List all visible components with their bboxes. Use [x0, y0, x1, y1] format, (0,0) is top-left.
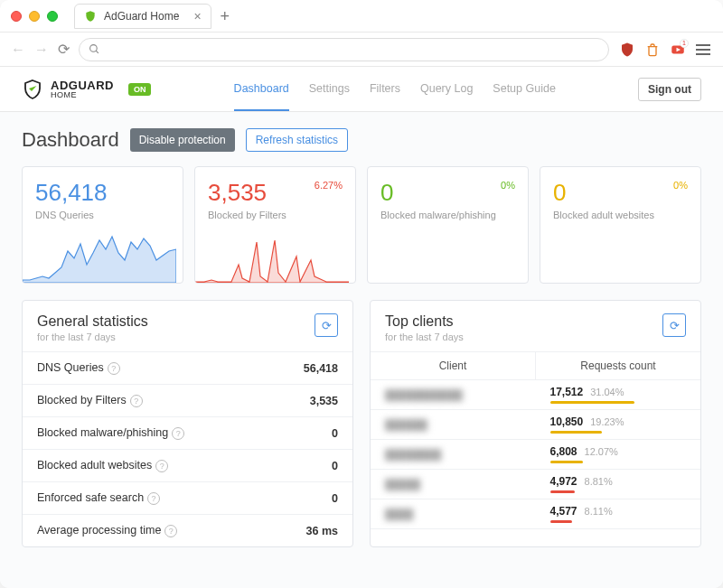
extension-icons: 1	[618, 41, 712, 59]
app-header: ADGUARD HOME ON Dashboard Settings Filte…	[0, 67, 723, 112]
svg-point-0	[90, 45, 98, 52]
client-requests: 4,5778.11%	[536, 499, 701, 528]
row-safe-value: 0	[265, 482, 352, 515]
row-avg-value: 36 ms	[265, 515, 352, 547]
help-icon[interactable]: ?	[147, 492, 160, 505]
traffic-lights	[11, 11, 58, 22]
status-badge: ON	[128, 83, 152, 96]
help-icon[interactable]: ?	[172, 427, 184, 440]
general-refresh-button[interactable]: ⟳	[315, 313, 338, 337]
signout-button[interactable]: Sign out	[638, 78, 701, 101]
tab-title: AdGuard Home	[104, 10, 179, 23]
client-name: ██████	[371, 414, 536, 435]
app-logo[interactable]: ADGUARD HOME ON	[22, 79, 151, 100]
hamburger-icon	[696, 44, 710, 55]
stat-malware-value: 0	[380, 180, 515, 206]
help-icon[interactable]: ?	[108, 362, 120, 375]
stat-adult-label: Blocked adult websites	[553, 210, 688, 220]
row-avg-label: Average processing time?	[23, 515, 265, 547]
clients-table-header: Client Requests count	[371, 351, 700, 380]
menu-button[interactable]	[694, 41, 712, 59]
back-button[interactable]: ←	[11, 42, 25, 58]
window-maximize-button[interactable]	[47, 11, 58, 22]
clients-table-body: ███████████ 17,51231.04% ██████ 10,85019…	[371, 380, 700, 529]
forward-button[interactable]: →	[34, 42, 49, 58]
client-requests: 10,85019.23%	[536, 410, 701, 439]
page-header: Dashboard Disable protection Refresh sta…	[22, 128, 701, 152]
client-requests: 17,51231.04%	[536, 380, 701, 409]
adguard-favicon-icon	[84, 10, 97, 23]
new-tab-button[interactable]: +	[221, 8, 230, 24]
nav-dashboard[interactable]: Dashboard	[234, 68, 289, 111]
clients-sub: for the last 7 days	[385, 331, 464, 342]
client-row[interactable]: ██████ 10,85019.23%	[371, 410, 700, 440]
stat-malware-pct: 0%	[501, 180, 515, 191]
client-row[interactable]: ████████ 6,80812.07%	[371, 440, 700, 470]
help-icon[interactable]: ?	[155, 460, 168, 472]
adguard-logo-icon	[22, 79, 43, 100]
client-row[interactable]: █████ 4,9728.81%	[371, 470, 700, 499]
stat-card-dns[interactable]: 56,418 DNS Queries	[22, 166, 183, 284]
general-stats-panel: General statistics for the last 7 days ⟳…	[22, 300, 353, 547]
general-sub: for the last 7 days	[37, 331, 148, 342]
search-icon	[89, 43, 100, 55]
refresh-stats-button[interactable]: Refresh statistics	[246, 128, 348, 152]
main-nav: Dashboard Settings Filters Query Log Set…	[234, 68, 556, 111]
help-icon[interactable]: ?	[130, 395, 143, 407]
stat-dns-value: 56,418	[35, 180, 170, 206]
ublock-icon[interactable]	[618, 41, 636, 59]
browser-tab[interactable]: AdGuard Home ×	[74, 4, 211, 29]
stats-cards: 56,418 DNS Queries 6.27% 3,535 Blocked b…	[22, 166, 701, 284]
client-row[interactable]: ████ 4,5778.11%	[371, 499, 700, 529]
row-adult-label: Blocked adult websites?	[23, 450, 265, 482]
svg-line-1	[96, 51, 99, 53]
row-blocked-value: 3,535	[265, 385, 352, 417]
client-row[interactable]: ███████████ 17,51231.04%	[371, 380, 700, 410]
clients-title: Top clients	[385, 313, 464, 330]
trash-extension-icon[interactable]	[643, 41, 662, 59]
stat-card-adult[interactable]: 0% 0 Blocked adult websites	[540, 166, 701, 284]
nav-settings[interactable]: Settings	[309, 68, 350, 111]
brand-name: ADGUARD	[51, 79, 114, 91]
row-adult-value: 0	[265, 450, 352, 482]
stat-adult-value: 0	[553, 180, 688, 206]
general-title: General statistics	[37, 313, 148, 330]
dns-sparkline	[23, 233, 176, 283]
address-bar[interactable]	[79, 38, 609, 61]
client-name: ████	[371, 503, 536, 525]
nav-filters[interactable]: Filters	[370, 68, 400, 111]
disable-protection-button[interactable]: Disable protection	[130, 128, 235, 152]
page-title: Dashboard	[22, 128, 119, 152]
row-malware-label: Blocked malware/phishing?	[23, 417, 265, 450]
client-requests: 6,80812.07%	[536, 440, 701, 469]
help-icon[interactable]: ?	[164, 525, 177, 537]
stat-dns-label: DNS Queries	[35, 210, 170, 220]
page-content: Dashboard Disable protection Refresh sta…	[0, 112, 723, 588]
reload-button[interactable]: ⟳	[58, 41, 70, 58]
row-dns-value: 56,418	[265, 352, 352, 385]
col-requests: Requests count	[536, 352, 700, 379]
nav-querylog[interactable]: Query Log	[420, 68, 473, 111]
client-requests: 4,9728.81%	[536, 470, 701, 499]
window-minimize-button[interactable]	[29, 11, 40, 22]
stat-card-blocked[interactable]: 6.27% 3,535 Blocked by Filters	[194, 166, 356, 284]
brand-sub: HOME	[51, 91, 114, 99]
stat-card-malware[interactable]: 0% 0 Blocked malware/phishing	[367, 166, 529, 284]
blocked-sparkline	[195, 233, 349, 283]
row-malware-value: 0	[265, 417, 352, 450]
clients-refresh-button[interactable]: ⟳	[662, 313, 686, 337]
general-stats-table: DNS Queries?56,418 Blocked by Filters?3,…	[23, 351, 352, 546]
window-close-button[interactable]	[11, 11, 22, 22]
row-blocked-label: Blocked by Filters?	[23, 385, 265, 417]
stat-adult-pct: 0%	[673, 180, 688, 191]
youtube-extension-icon[interactable]: 1	[669, 41, 687, 59]
row-safe-label: Enforced safe search?	[23, 482, 265, 515]
window-titlebar: AdGuard Home × +	[0, 0, 723, 33]
client-name: █████	[371, 473, 536, 495]
client-name: ████████	[371, 443, 536, 465]
row-dns-label: DNS Queries?	[23, 352, 265, 385]
tab-close-icon[interactable]: ×	[193, 9, 201, 23]
extension-badge: 1	[680, 39, 689, 48]
nav-setup[interactable]: Setup Guide	[493, 68, 556, 111]
col-client: Client	[371, 352, 536, 379]
